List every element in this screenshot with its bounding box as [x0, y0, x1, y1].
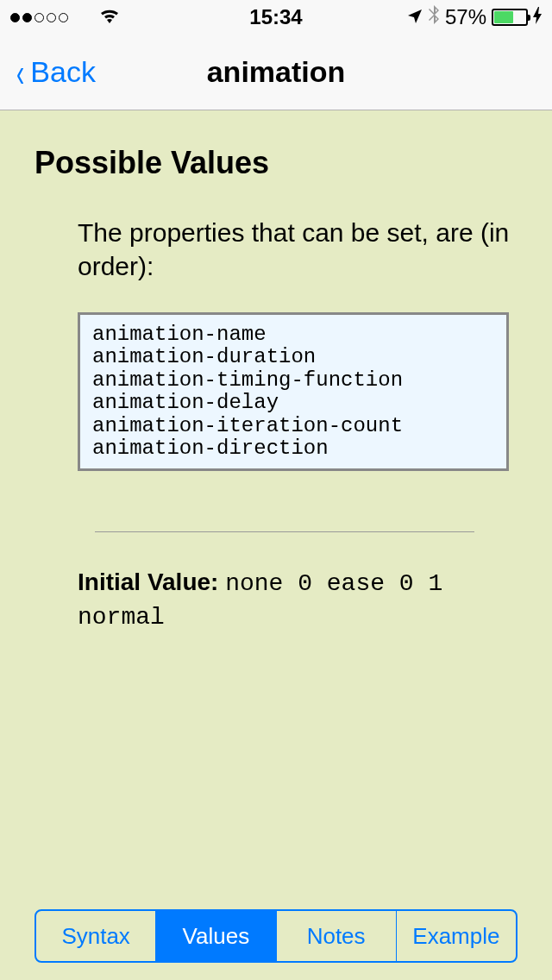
status-left [10, 6, 120, 28]
segmented-control: Syntax Values Notes Example [34, 909, 518, 963]
code-line: animation-direction [92, 437, 494, 460]
status-right: 57% [407, 5, 542, 29]
initial-value-row: Initial Value: none 0 ease 0 1 normal [78, 567, 518, 633]
code-line: animation-timing-function [92, 369, 494, 392]
code-line: animation-iteration-count [92, 415, 494, 437]
code-line: animation-duration [92, 346, 494, 368]
code-line: animation-name [92, 324, 494, 346]
initial-value-label: Initial Value: [78, 569, 218, 595]
battery-percent: 57% [445, 5, 486, 29]
tab-syntax[interactable]: Syntax [36, 911, 156, 961]
content-area: Possible Values The properties that can … [0, 110, 552, 633]
status-bar: 15:34 57% [0, 0, 552, 35]
nav-bar: ‹ Back animation [0, 35, 552, 110]
wifi-icon [99, 6, 120, 28]
back-button[interactable]: ‹ Back [14, 49, 96, 96]
code-line: animation-delay [92, 392, 494, 414]
tab-example[interactable]: Example [397, 911, 516, 961]
charging-icon [533, 7, 542, 28]
battery-icon [492, 9, 528, 26]
signal-dots-icon [10, 13, 68, 22]
back-label: Back [30, 55, 96, 89]
divider [95, 531, 474, 532]
location-icon [407, 5, 423, 29]
status-time: 15:34 [249, 5, 302, 29]
chevron-left-icon: ‹ [16, 49, 24, 96]
page-title: animation [207, 55, 346, 89]
section-title: Possible Values [34, 145, 518, 181]
tab-notes[interactable]: Notes [277, 911, 397, 961]
tab-values[interactable]: Values [156, 911, 276, 961]
description-text: The properties that can be set, are (in … [78, 216, 518, 283]
code-box: animation-name animation-duration animat… [78, 312, 509, 471]
bluetooth-icon [428, 5, 440, 29]
